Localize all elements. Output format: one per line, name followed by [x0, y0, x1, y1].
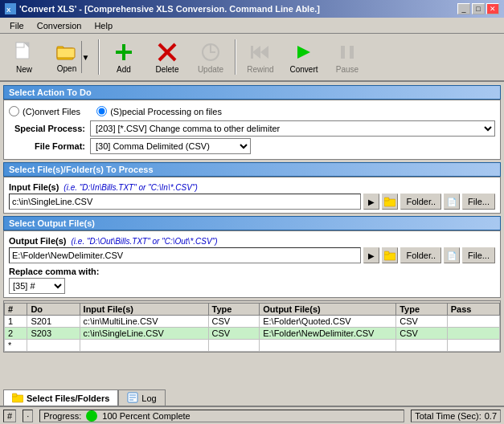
update-button[interactable]: Update — [190, 36, 232, 78]
row1-num: 1 — [5, 316, 27, 328]
title-bar-left: X 'Convert XLS' - [Comprehensive XLS Con… — [5, 3, 320, 14]
progress-section: Progress: 100 Percent Complete — [39, 410, 404, 422]
row1-do: S201 — [27, 316, 80, 328]
open-icon — [55, 42, 78, 64]
tab-log-label: Log — [141, 393, 156, 403]
total-time-value: 0.7 — [485, 411, 497, 421]
update-icon — [199, 41, 222, 63]
svg-rect-9 — [116, 51, 132, 54]
input-folder-btn[interactable]: Folder.. — [400, 194, 441, 210]
maximize-btn[interactable]: □ — [472, 3, 485, 14]
radio-convert-input[interactable] — [9, 106, 19, 116]
convert-label: Convert — [289, 65, 318, 74]
table-row[interactable]: 1 S201 c:\in\MultiLine.CSV CSV E:\Folder… — [5, 316, 500, 328]
delete-label: Delete — [156, 65, 179, 74]
input-file-icon-btn[interactable]: 📄 — [444, 194, 460, 210]
progress-label: Progress: — [43, 411, 81, 421]
radio-convert-files[interactable]: (C)onvert Files — [9, 106, 80, 116]
select-output-header: Select Output File(s) — [3, 216, 501, 230]
new-button[interactable]: New — [3, 36, 45, 78]
row2-num: 2 — [5, 328, 27, 340]
file-format-select[interactable]: [30] Comma Delimited (CSV) — [90, 138, 251, 154]
table-row-empty: * — [5, 340, 500, 352]
svg-rect-3 — [16, 43, 24, 47]
input-files-field[interactable] — [9, 194, 361, 210]
tab-log-icon — [127, 392, 138, 405]
title-bar-buttons: _ □ ✕ — [457, 3, 499, 14]
select-action-section: Select Action To Do (C)onvert Files (S)p… — [3, 85, 501, 160]
menu-help[interactable]: Help — [88, 19, 119, 32]
title-text: 'Convert XLS' - [Comprehensive XLS Conve… — [19, 4, 320, 14]
svg-marker-14 — [260, 46, 268, 59]
convert-button[interactable]: Convert — [283, 36, 325, 78]
col-outtype: Type — [396, 304, 448, 316]
svg-rect-24 — [12, 393, 17, 397]
svg-marker-16 — [297, 46, 310, 59]
svg-rect-17 — [341, 46, 345, 59]
output-file-icon-btn[interactable]: 📄 — [444, 247, 460, 263]
output-files-hint: (i.e. "D:\Out\Bills.TXT" or "C:\Out\*.CS… — [72, 237, 496, 246]
delete-button[interactable]: Delete — [146, 36, 188, 78]
select-action-body: (C)onvert Files (S)pecial Processing on … — [3, 100, 501, 160]
input-file-btn[interactable]: File... — [462, 194, 495, 210]
table-row[interactable]: 2 S203 c:\in\SingleLine.CSV CSV E:\Folde… — [5, 328, 500, 340]
tab-select-files[interactable]: Select Files/Folders — [3, 389, 118, 406]
close-btn[interactable]: ✕ — [486, 3, 499, 14]
pause-icon — [336, 41, 359, 63]
tab-log[interactable]: Log — [118, 389, 165, 406]
menu-file[interactable]: File — [3, 19, 31, 32]
add-button[interactable]: Add — [103, 36, 145, 78]
output-folder-btn[interactable]: Folder.. — [400, 247, 441, 263]
col-pass: Pass — [447, 304, 499, 316]
row2-outtype: CSV — [396, 328, 448, 340]
file-format-row: File Format: [30] Comma Delimited (CSV) — [9, 138, 495, 154]
special-process-select[interactable]: [203] [*.CSV] Change comma to other deli… — [90, 120, 495, 137]
svg-marker-13 — [252, 46, 260, 59]
rewind-label: Rewind — [247, 65, 273, 74]
progress-indicator — [86, 410, 97, 422]
replace-comma-select[interactable]: [35] # — [9, 278, 65, 294]
radio-special-processing[interactable]: (S)pecial Processing on files — [96, 106, 222, 116]
total-time-section: Total Time (Sec): 0.7 — [411, 410, 501, 422]
open-arrow[interactable]: ▼ — [81, 41, 89, 73]
svg-rect-20 — [384, 198, 389, 201]
rewind-button[interactable]: Rewind — [240, 36, 281, 78]
menu-bar: File Conversion Help — [0, 18, 504, 34]
output-play-btn[interactable]: ▶ — [363, 247, 379, 263]
select-files-section: Select File(s)/Folder(s) To Process Inpu… — [3, 162, 501, 214]
output-files-field[interactable] — [9, 247, 361, 263]
row2-do: S203 — [27, 328, 80, 340]
row1-pass — [447, 316, 499, 328]
row2-type: CSV — [208, 328, 260, 340]
radio-convert-label: (C)onvert Files — [23, 107, 80, 116]
row1-output: E:\Folder\Quoted.CSV — [260, 316, 396, 328]
minimize-btn[interactable]: _ — [457, 3, 470, 14]
status-dot: · — [23, 410, 33, 422]
toolbar: New Open ▼ Add — [0, 34, 504, 82]
input-files-hint: (i.e. "D:\In\Bills.TXT" or "C:\In\*.CSV"… — [64, 183, 495, 192]
svg-rect-22 — [384, 251, 389, 255]
pause-button[interactable]: Pause — [326, 36, 368, 78]
pause-label: Pause — [336, 65, 359, 74]
input-play-btn[interactable]: ▶ — [363, 194, 379, 210]
output-folder-icon-btn[interactable] — [382, 247, 398, 263]
row2-output: E:\Folder\NewDelimiter.CSV — [260, 328, 396, 340]
row1-input: c:\in\MultiLine.CSV — [80, 316, 208, 328]
col-input: Input File(s) — [80, 304, 208, 316]
open-button[interactable]: Open ▼ — [50, 36, 92, 78]
radio-special-input[interactable] — [96, 106, 107, 116]
col-output: Output File(s) — [260, 304, 396, 316]
svg-rect-7 — [57, 48, 75, 58]
input-folder-icon-btn[interactable] — [382, 194, 398, 210]
separator-2 — [235, 39, 236, 75]
menu-conversion[interactable]: Conversion — [31, 19, 88, 32]
table-header: # Do Input File(s) Type Output File(s) T… — [5, 304, 500, 316]
select-output-body: Output File(s) (i.e. "D:\Out\Bills.TXT" … — [3, 230, 501, 298]
title-bar: X 'Convert XLS' - [Comprehensive XLS Con… — [0, 0, 504, 18]
dot-symbol: · — [27, 411, 29, 421]
output-file-btn[interactable]: File... — [462, 247, 495, 263]
col-num: # — [5, 304, 27, 316]
input-files-row: ▶ Folder.. 📄 File... — [9, 194, 495, 210]
bottom-tabs: Select Files/Folders Log — [0, 389, 504, 406]
select-output-section: Select Output File(s) Output File(s) (i.… — [3, 216, 501, 298]
